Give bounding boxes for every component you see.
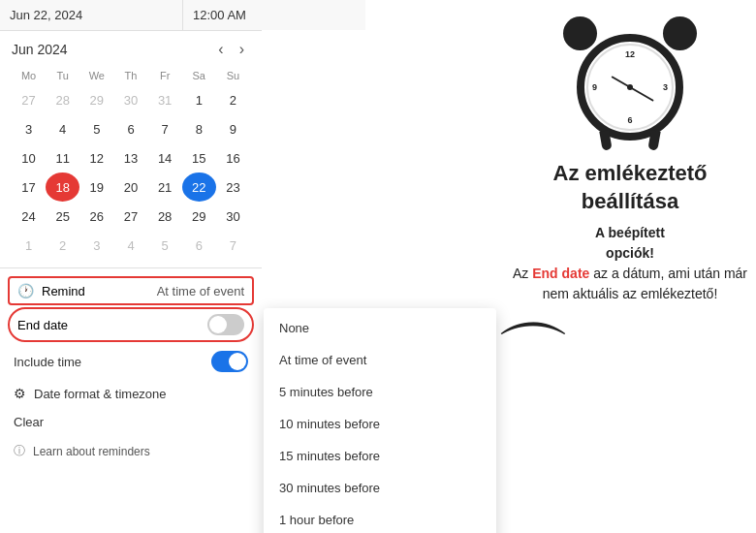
learn-label[interactable]: Learn about reminders: [33, 445, 150, 458]
include-time-label: Include time: [14, 355, 81, 369]
include-time-toggle[interactable]: [211, 351, 248, 372]
remind-row[interactable]: 🕐 Remind At time of event: [8, 276, 254, 305]
calendar-day[interactable]: 27: [12, 85, 46, 114]
remind-label: Remind: [42, 284, 85, 298]
dropdown-item[interactable]: 5 minutes before: [264, 376, 496, 408]
calendar-day[interactable]: 12: [79, 143, 113, 172]
clear-label[interactable]: Clear: [14, 415, 44, 429]
reminder-dropdown: NoneAt time of event5 minutes before10 m…: [264, 308, 496, 533]
calendar-day[interactable]: 26: [79, 202, 113, 231]
calendar-day[interactable]: 19: [79, 172, 113, 202]
calendar-day[interactable]: 7: [216, 231, 250, 260]
calendar-day[interactable]: 11: [46, 143, 79, 172]
calendar-day[interactable]: 30: [113, 85, 147, 114]
desc-line3: Az: [513, 266, 532, 281]
clock-3: 3: [663, 82, 668, 92]
calendar-day[interactable]: 29: [79, 85, 113, 114]
center-dot: [627, 84, 633, 90]
calendar-day[interactable]: 25: [46, 202, 79, 231]
next-month-button[interactable]: ›: [234, 39, 250, 60]
calendar-day[interactable]: 8: [182, 114, 216, 143]
datetime-header: [0, 0, 262, 31]
calendar-day[interactable]: 31: [148, 85, 182, 114]
calendar-day[interactable]: 2: [46, 231, 79, 260]
calendar-day[interactable]: 13: [113, 143, 147, 172]
bell-right: [663, 16, 697, 50]
dropdown-item[interactable]: 15 minutes before: [264, 440, 496, 472]
calendar-day[interactable]: 6: [113, 114, 147, 143]
desc-highlight: End date: [532, 266, 589, 281]
clock-9: 9: [592, 82, 597, 92]
time-input[interactable]: [183, 0, 365, 30]
calendar-day[interactable]: 7: [148, 114, 182, 143]
calendar-day[interactable]: 28: [148, 202, 182, 231]
calendar-day[interactable]: 20: [113, 172, 147, 202]
calendar-day[interactable]: 1: [12, 231, 46, 260]
end-date-label: End date: [17, 318, 68, 332]
calendar-day[interactable]: 15: [182, 143, 216, 172]
calendar-day[interactable]: 27: [113, 202, 147, 231]
calendar-day[interactable]: 24: [12, 202, 46, 231]
main-title: Az emlékeztető beállítása: [512, 160, 748, 215]
desc-line2: opciók!: [606, 245, 654, 261]
bell-left: [563, 16, 597, 50]
learn-left: ⓘ Learn about reminders: [14, 443, 150, 459]
weekday-header: Th: [113, 68, 147, 85]
dropdown-item[interactable]: 30 minutes before: [264, 472, 496, 504]
minute-hand: [630, 86, 654, 102]
date-format-label: Date format & timezone: [34, 387, 167, 401]
calendar-day[interactable]: 3: [12, 114, 46, 143]
calendar-day[interactable]: 21: [148, 172, 182, 202]
calendar-day[interactable]: 2: [216, 85, 250, 114]
weekday-header: Tu: [46, 68, 79, 85]
calendar-day[interactable]: 22: [182, 172, 216, 202]
right-panel: 12 3 6 9 Az emlékeztető beállítása A beé…: [504, 0, 756, 533]
date-input[interactable]: [0, 0, 183, 30]
calendar-day[interactable]: 14: [148, 143, 182, 172]
weekday-header: We: [79, 68, 113, 85]
calendar-day[interactable]: 30: [216, 202, 250, 231]
calendar-day[interactable]: 1: [182, 85, 216, 114]
left-panel: Jun 2024 ‹ › MoTuWeThFrSaSu 272829303112…: [0, 0, 262, 533]
dropdown-item[interactable]: 1 hour before: [264, 504, 496, 533]
clock-12: 12: [625, 49, 635, 59]
dropdown-item[interactable]: 10 minutes before: [264, 408, 496, 440]
calendar-day[interactable]: 17: [12, 172, 46, 202]
dropdown-item[interactable]: None: [264, 312, 496, 344]
options-panel: 🕐 Remind At time of event End date Inclu…: [0, 267, 262, 472]
dropdown-item[interactable]: At time of event: [264, 344, 496, 376]
calendar-day[interactable]: 6: [182, 231, 216, 260]
calendar: Jun 2024 ‹ › MoTuWeThFrSaSu 272829303112…: [0, 31, 262, 267]
calendar-day[interactable]: 4: [113, 231, 147, 260]
calendar-day[interactable]: 16: [216, 143, 250, 172]
clock-art: 12 3 6 9: [567, 15, 693, 150]
nav-buttons: ‹ ›: [212, 39, 250, 60]
prev-month-button[interactable]: ‹: [212, 39, 229, 60]
remind-left: 🕐 Remind: [17, 283, 85, 298]
clock-face: 12 3 6 9: [586, 44, 674, 131]
clock-legs: [601, 131, 659, 150]
end-date-toggle[interactable]: [207, 314, 244, 335]
calendar-day[interactable]: 3: [79, 231, 113, 260]
weekday-header: Mo: [12, 68, 46, 85]
end-date-row[interactable]: End date: [8, 307, 254, 342]
date-format-row[interactable]: ⚙ Date format & timezone: [0, 379, 262, 408]
clock-icon: 🕐: [17, 283, 34, 298]
learn-row[interactable]: ⓘ Learn about reminders: [0, 436, 262, 466]
calendar-day[interactable]: 18: [46, 172, 79, 202]
calendar-day[interactable]: 5: [79, 114, 113, 143]
left-leg: [599, 130, 612, 150]
clear-row[interactable]: Clear: [0, 408, 262, 436]
calendar-day[interactable]: 29: [182, 202, 216, 231]
calendar-day[interactable]: 5: [148, 231, 182, 260]
clock-6: 6: [627, 115, 632, 125]
remind-value[interactable]: At time of event: [157, 284, 244, 298]
info-icon: ⓘ: [14, 443, 25, 459]
calendar-day[interactable]: 4: [46, 114, 79, 143]
weekday-header: Su: [216, 68, 250, 85]
calendar-day[interactable]: 9: [216, 114, 250, 143]
calendar-day[interactable]: 10: [12, 143, 46, 172]
calendar-day[interactable]: 23: [216, 172, 250, 202]
calendar-day[interactable]: 28: [46, 85, 79, 114]
cal-title: Jun 2024: [12, 42, 68, 57]
